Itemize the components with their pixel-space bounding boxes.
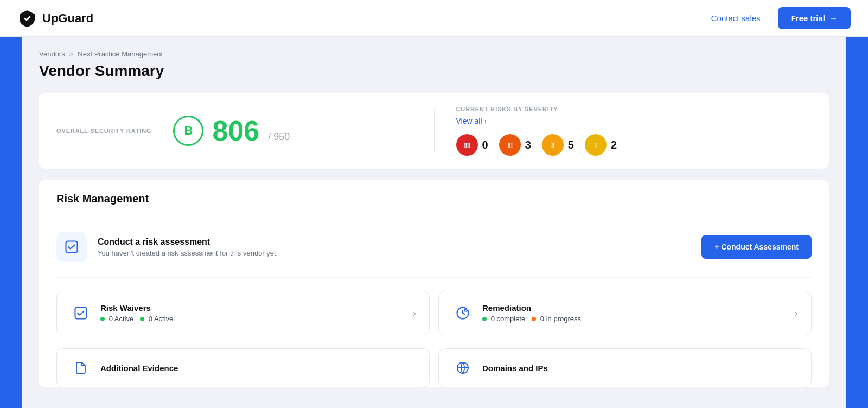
low-count: 2 bbox=[611, 139, 617, 151]
conduct-left: Conduct a risk assessment You haven't cr… bbox=[56, 232, 278, 262]
breadcrumb-current: Next Practice Management bbox=[78, 50, 163, 58]
breadcrumb: Vendors > Next Practice Management bbox=[39, 50, 829, 58]
header: UpGuard Contact sales Free trial → bbox=[0, 0, 868, 37]
conduct-assessment-section: Conduct a risk assessment You haven't cr… bbox=[56, 216, 812, 278]
contact-sales-button[interactable]: Contact sales bbox=[703, 9, 769, 27]
conduct-icon-wrap bbox=[56, 232, 87, 262]
risk-high: !!! 3 bbox=[499, 134, 531, 156]
breadcrumb-separator: > bbox=[69, 50, 74, 58]
left-sidebar-accent bbox=[0, 37, 22, 408]
remediation-title: Remediation bbox=[482, 303, 581, 313]
risk-waivers-info: Risk Waivers 0 Active 0 Active bbox=[100, 303, 173, 323]
remediation-status: 0 complete 0 in progress bbox=[482, 315, 581, 323]
risk-waivers-chevron: › bbox=[413, 308, 416, 319]
low-risk-icon: ! bbox=[585, 134, 607, 156]
risk-management-card: Risk Management Conduct a risk assessmen… bbox=[39, 180, 829, 387]
conduct-subtitle: You haven't created a risk assessment fo… bbox=[98, 249, 278, 257]
remediation-icon bbox=[452, 302, 474, 324]
risks-section: CURRENT RISKS BY SEVERITY View all › !!!… bbox=[456, 106, 812, 156]
remediation-left: Remediation 0 complete 0 in progress bbox=[452, 302, 581, 324]
risk-waivers-title: Risk Waivers bbox=[100, 303, 173, 313]
risk-waivers-card[interactable]: Risk Waivers 0 Active 0 Active bbox=[56, 291, 430, 335]
view-all-link[interactable]: View all › bbox=[456, 117, 812, 125]
domains-ips-card[interactable]: Domains and IPs bbox=[438, 348, 812, 387]
assessment-icon bbox=[64, 239, 79, 254]
domains-ips-icon bbox=[452, 357, 474, 379]
medium-count: 5 bbox=[568, 139, 574, 151]
high-count: 3 bbox=[525, 139, 531, 151]
high-risk-icon: !!! bbox=[499, 134, 521, 156]
status-dot-green-2 bbox=[140, 317, 144, 321]
risk-medium: !! 5 bbox=[542, 134, 574, 156]
chevron-right-icon: › bbox=[484, 117, 487, 125]
score-max: / 950 bbox=[268, 131, 290, 143]
right-sidebar-accent bbox=[846, 37, 868, 408]
remediation-status1: 0 complete bbox=[482, 315, 525, 323]
conduct-assessment-button[interactable]: + Conduct Assessment bbox=[701, 235, 812, 259]
critical-risk-icon: !!!! bbox=[456, 134, 478, 156]
sub-cards-grid: Risk Waivers 0 Active 0 Active bbox=[56, 278, 812, 348]
risk-waivers-status2: 0 Active bbox=[140, 315, 173, 323]
status-dot-orange-1 bbox=[532, 317, 536, 321]
main-layout: Vendors > Next Practice Management Vendo… bbox=[0, 37, 868, 408]
logo: UpGuard bbox=[17, 9, 93, 28]
remediation-info: Remediation 0 complete 0 in progress bbox=[482, 303, 581, 323]
status-dot-green-1 bbox=[100, 317, 105, 321]
remediation-card[interactable]: Remediation 0 complete 0 in progress bbox=[438, 291, 812, 335]
domains-ips-title: Domains and IPs bbox=[482, 364, 548, 373]
conduct-title: Conduct a risk assessment bbox=[98, 237, 278, 247]
additional-evidence-card[interactable]: Additional Evidence bbox=[56, 348, 430, 387]
breadcrumb-parent[interactable]: Vendors bbox=[39, 50, 65, 58]
svg-point-3 bbox=[464, 308, 468, 312]
risks-label: CURRENT RISKS BY SEVERITY bbox=[456, 106, 812, 112]
critical-count: 0 bbox=[482, 139, 488, 151]
svg-rect-1 bbox=[75, 308, 87, 319]
risk-waivers-status: 0 Active 0 Active bbox=[100, 315, 173, 323]
grade-circle: B bbox=[173, 116, 203, 146]
conduct-text: Conduct a risk assessment You haven't cr… bbox=[98, 237, 278, 257]
upguard-logo-icon bbox=[17, 9, 37, 28]
free-trial-button[interactable]: Free trial → bbox=[778, 7, 851, 29]
page-title: Vendor Summary bbox=[39, 62, 829, 80]
risk-waivers-status1: 0 Active bbox=[100, 315, 133, 323]
security-rating-card: OVERALL SECURITY RATING B 806 / 950 CURR… bbox=[39, 93, 829, 169]
medium-risk-icon: !! bbox=[542, 134, 564, 156]
remediation-chevron: › bbox=[795, 308, 798, 319]
risk-management-title: Risk Management bbox=[56, 193, 812, 216]
risk-badges: !!!! 0 !!! 3 !! 5 ! 2 bbox=[456, 134, 812, 156]
additional-evidence-title: Additional Evidence bbox=[100, 364, 178, 373]
content-area: Vendors > Next Practice Management Vendo… bbox=[22, 37, 846, 408]
risk-low: ! 2 bbox=[585, 134, 617, 156]
score-number: 806 bbox=[212, 117, 259, 145]
rating-divider bbox=[434, 109, 435, 152]
risk-waivers-icon bbox=[70, 302, 92, 324]
additional-evidence-icon bbox=[70, 357, 92, 379]
bottom-partial-cards: Additional Evidence Domains and IPs bbox=[56, 348, 812, 387]
risk-waivers-left: Risk Waivers 0 Active 0 Active bbox=[70, 302, 173, 324]
risk-critical: !!!! 0 bbox=[456, 134, 488, 156]
status-dot-green-3 bbox=[482, 317, 487, 321]
logo-text: UpGuard bbox=[42, 11, 93, 25]
svg-rect-0 bbox=[66, 241, 78, 253]
rating-label: OVERALL SECURITY RATING bbox=[56, 127, 151, 134]
rating-section: OVERALL SECURITY RATING B 806 / 950 bbox=[56, 116, 412, 146]
header-actions: Contact sales Free trial → bbox=[703, 7, 851, 29]
remediation-status2: 0 in progress bbox=[532, 315, 581, 323]
